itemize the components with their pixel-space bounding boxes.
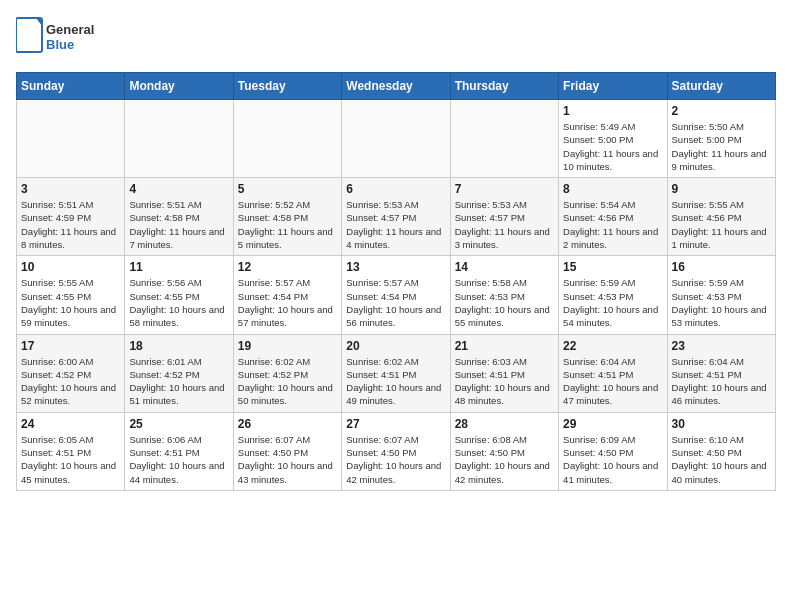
day-number: 27 [346,417,445,431]
day-number: 5 [238,182,337,196]
day-info: Sunrise: 6:04 AMSunset: 4:51 PMDaylight:… [672,355,771,408]
day-info: Sunrise: 6:02 AMSunset: 4:52 PMDaylight:… [238,355,337,408]
day-info: Sunrise: 5:59 AMSunset: 4:53 PMDaylight:… [672,276,771,329]
calendar-cell: 21Sunrise: 6:03 AMSunset: 4:51 PMDayligh… [450,334,558,412]
weekday-header-friday: Friday [559,73,667,100]
day-info: Sunrise: 5:56 AMSunset: 4:55 PMDaylight:… [129,276,228,329]
calendar-cell: 17Sunrise: 6:00 AMSunset: 4:52 PMDayligh… [17,334,125,412]
calendar-cell: 22Sunrise: 6:04 AMSunset: 4:51 PMDayligh… [559,334,667,412]
calendar-body: 1Sunrise: 5:49 AMSunset: 5:00 PMDaylight… [17,100,776,491]
calendar-cell: 9Sunrise: 5:55 AMSunset: 4:56 PMDaylight… [667,178,775,256]
calendar-cell: 13Sunrise: 5:57 AMSunset: 4:54 PMDayligh… [342,256,450,334]
svg-text:Blue: Blue [46,37,74,52]
page-header: GeneralBlue [16,16,776,60]
weekday-header-monday: Monday [125,73,233,100]
day-number: 13 [346,260,445,274]
calendar-cell: 7Sunrise: 5:53 AMSunset: 4:57 PMDaylight… [450,178,558,256]
day-number: 2 [672,104,771,118]
svg-rect-0 [16,18,42,52]
day-number: 29 [563,417,662,431]
calendar-cell: 14Sunrise: 5:58 AMSunset: 4:53 PMDayligh… [450,256,558,334]
general-blue-logo-svg: GeneralBlue [16,16,106,60]
day-info: Sunrise: 6:09 AMSunset: 4:50 PMDaylight:… [563,433,662,486]
weekday-header-tuesday: Tuesday [233,73,341,100]
calendar-cell [17,100,125,178]
calendar-cell: 16Sunrise: 5:59 AMSunset: 4:53 PMDayligh… [667,256,775,334]
day-info: Sunrise: 6:02 AMSunset: 4:51 PMDaylight:… [346,355,445,408]
day-info: Sunrise: 6:06 AMSunset: 4:51 PMDaylight:… [129,433,228,486]
day-info: Sunrise: 6:00 AMSunset: 4:52 PMDaylight:… [21,355,120,408]
day-info: Sunrise: 5:54 AMSunset: 4:56 PMDaylight:… [563,198,662,251]
day-info: Sunrise: 5:55 AMSunset: 4:55 PMDaylight:… [21,276,120,329]
day-number: 14 [455,260,554,274]
day-info: Sunrise: 6:01 AMSunset: 4:52 PMDaylight:… [129,355,228,408]
calendar-week-3: 10Sunrise: 5:55 AMSunset: 4:55 PMDayligh… [17,256,776,334]
calendar-cell [450,100,558,178]
day-info: Sunrise: 5:51 AMSunset: 4:59 PMDaylight:… [21,198,120,251]
calendar-cell: 26Sunrise: 6:07 AMSunset: 4:50 PMDayligh… [233,412,341,490]
day-info: Sunrise: 5:52 AMSunset: 4:58 PMDaylight:… [238,198,337,251]
day-info: Sunrise: 5:51 AMSunset: 4:58 PMDaylight:… [129,198,228,251]
calendar-cell: 1Sunrise: 5:49 AMSunset: 5:00 PMDaylight… [559,100,667,178]
svg-text:General: General [46,22,94,37]
day-number: 23 [672,339,771,353]
day-info: Sunrise: 6:07 AMSunset: 4:50 PMDaylight:… [346,433,445,486]
day-info: Sunrise: 6:03 AMSunset: 4:51 PMDaylight:… [455,355,554,408]
day-number: 20 [346,339,445,353]
day-number: 30 [672,417,771,431]
weekday-header-wednesday: Wednesday [342,73,450,100]
calendar-cell [233,100,341,178]
day-info: Sunrise: 5:58 AMSunset: 4:53 PMDaylight:… [455,276,554,329]
day-info: Sunrise: 6:08 AMSunset: 4:50 PMDaylight:… [455,433,554,486]
day-number: 12 [238,260,337,274]
weekday-header-thursday: Thursday [450,73,558,100]
calendar-cell: 20Sunrise: 6:02 AMSunset: 4:51 PMDayligh… [342,334,450,412]
calendar-header: SundayMondayTuesdayWednesdayThursdayFrid… [17,73,776,100]
day-number: 15 [563,260,662,274]
calendar-cell: 11Sunrise: 5:56 AMSunset: 4:55 PMDayligh… [125,256,233,334]
day-number: 11 [129,260,228,274]
calendar-cell: 24Sunrise: 6:05 AMSunset: 4:51 PMDayligh… [17,412,125,490]
day-info: Sunrise: 6:10 AMSunset: 4:50 PMDaylight:… [672,433,771,486]
day-number: 18 [129,339,228,353]
day-info: Sunrise: 5:55 AMSunset: 4:56 PMDaylight:… [672,198,771,251]
day-number: 8 [563,182,662,196]
day-info: Sunrise: 5:57 AMSunset: 4:54 PMDaylight:… [238,276,337,329]
day-number: 6 [346,182,445,196]
day-number: 7 [455,182,554,196]
day-info: Sunrise: 6:07 AMSunset: 4:50 PMDaylight:… [238,433,337,486]
day-number: 17 [21,339,120,353]
day-number: 25 [129,417,228,431]
day-info: Sunrise: 6:04 AMSunset: 4:51 PMDaylight:… [563,355,662,408]
weekday-header-row: SundayMondayTuesdayWednesdayThursdayFrid… [17,73,776,100]
calendar-cell: 15Sunrise: 5:59 AMSunset: 4:53 PMDayligh… [559,256,667,334]
weekday-header-sunday: Sunday [17,73,125,100]
day-number: 10 [21,260,120,274]
day-info: Sunrise: 5:57 AMSunset: 4:54 PMDaylight:… [346,276,445,329]
calendar-cell: 3Sunrise: 5:51 AMSunset: 4:59 PMDaylight… [17,178,125,256]
day-number: 4 [129,182,228,196]
day-info: Sunrise: 5:49 AMSunset: 5:00 PMDaylight:… [563,120,662,173]
calendar-cell: 28Sunrise: 6:08 AMSunset: 4:50 PMDayligh… [450,412,558,490]
calendar-week-2: 3Sunrise: 5:51 AMSunset: 4:59 PMDaylight… [17,178,776,256]
calendar-cell: 2Sunrise: 5:50 AMSunset: 5:00 PMDaylight… [667,100,775,178]
calendar-cell: 8Sunrise: 5:54 AMSunset: 4:56 PMDaylight… [559,178,667,256]
day-number: 21 [455,339,554,353]
day-number: 16 [672,260,771,274]
calendar-cell: 27Sunrise: 6:07 AMSunset: 4:50 PMDayligh… [342,412,450,490]
calendar-cell: 5Sunrise: 5:52 AMSunset: 4:58 PMDaylight… [233,178,341,256]
day-number: 19 [238,339,337,353]
calendar-cell: 10Sunrise: 5:55 AMSunset: 4:55 PMDayligh… [17,256,125,334]
calendar-table: SundayMondayTuesdayWednesdayThursdayFrid… [16,72,776,491]
calendar-cell: 29Sunrise: 6:09 AMSunset: 4:50 PMDayligh… [559,412,667,490]
calendar-week-1: 1Sunrise: 5:49 AMSunset: 5:00 PMDaylight… [17,100,776,178]
calendar-cell: 6Sunrise: 5:53 AMSunset: 4:57 PMDaylight… [342,178,450,256]
day-number: 26 [238,417,337,431]
calendar-week-4: 17Sunrise: 6:00 AMSunset: 4:52 PMDayligh… [17,334,776,412]
weekday-header-saturday: Saturday [667,73,775,100]
calendar-cell: 4Sunrise: 5:51 AMSunset: 4:58 PMDaylight… [125,178,233,256]
day-info: Sunrise: 6:05 AMSunset: 4:51 PMDaylight:… [21,433,120,486]
calendar-cell: 23Sunrise: 6:04 AMSunset: 4:51 PMDayligh… [667,334,775,412]
logo: GeneralBlue [16,16,106,60]
day-number: 1 [563,104,662,118]
